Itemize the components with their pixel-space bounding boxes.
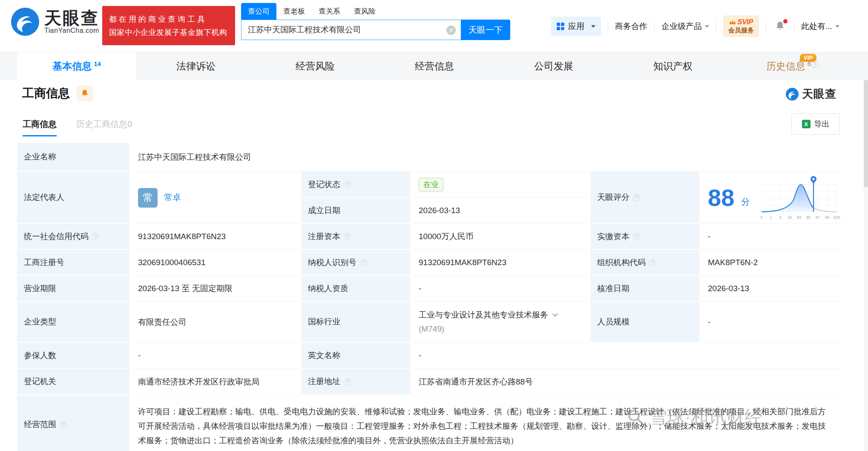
export-button[interactable]: X 导出 xyxy=(791,113,840,135)
promo-line2: 国家中小企业发展子基金旗下机构 xyxy=(109,26,228,39)
legal-rep-label: 法定代表人 xyxy=(17,172,129,224)
promo-line1: 都在用的商业查询工具 xyxy=(109,12,228,26)
nav-cooperation[interactable]: 商务合作 xyxy=(615,21,647,32)
approval-date-value: 2026-03-13 xyxy=(699,276,843,302)
chevron-down-icon[interactable] xyxy=(552,311,558,317)
subtab-history-business-info[interactable]: 历史工商信息0 xyxy=(76,119,132,130)
svg-text:3: 3 xyxy=(779,215,782,220)
score-unit: 分 xyxy=(741,196,750,208)
svg-text:99: 99 xyxy=(825,215,830,220)
tab-operating-risk[interactable]: 经营风险 xyxy=(256,52,375,80)
table-row: 企业名称 江苏中天国际工程技术有限公司 xyxy=(17,143,843,172)
company-type-value: 有限责任公司 xyxy=(129,302,301,343)
svg-text:1: 1 xyxy=(770,215,772,220)
tianyancha-logo[interactable]: 天眼查 TianYanCha.com xyxy=(11,8,99,36)
scrollbar-thumb[interactable] xyxy=(864,64,868,188)
help-icon[interactable] xyxy=(633,194,640,201)
table-row: 企业类型 有限责任公司 国标行业 工业与专业设计及其他专业技术服务 (M749)… xyxy=(17,302,843,343)
reg-no-label: 工商注册号 xyxy=(17,250,129,276)
apps-label: 应用 xyxy=(568,21,584,32)
help-icon[interactable] xyxy=(60,421,67,428)
tab-operating-info[interactable]: 经营信息 xyxy=(375,52,494,80)
taxpayer-qual-value: - xyxy=(410,276,590,302)
insured-label: 参保人数 xyxy=(17,343,129,369)
tab-legal[interactable]: 法律诉讼 xyxy=(136,52,256,80)
search-input[interactable] xyxy=(241,20,461,40)
score-pin-icon xyxy=(811,176,816,184)
score-label: 天眼评分 xyxy=(590,172,699,224)
tab-basic-info[interactable]: 基本信息 14 xyxy=(17,52,136,80)
search-tab-boss[interactable]: 查老板 xyxy=(276,3,312,20)
search-tab-company[interactable]: 查公司 xyxy=(241,3,276,20)
staff-size-label: 人员规模 xyxy=(590,302,699,343)
score-value: 88 分 xyxy=(699,172,847,224)
org-code-value: MAK8PT6N-2 xyxy=(699,250,843,276)
reg-status-value: 在业 xyxy=(410,172,590,198)
reg-authority-value: 南通市经济技术开发区行政审批局 xyxy=(129,369,301,395)
table-row: 经营范围 许可项目：建设工程勘察；输电、供电、受电电力设施的安装、维修和试验；发… xyxy=(17,395,843,451)
section-title: 工商信息 xyxy=(22,85,70,101)
staff-size-value: - xyxy=(699,302,843,343)
svg-text:85: 85 xyxy=(806,215,811,220)
help-icon[interactable] xyxy=(649,259,656,266)
search-tab-risk[interactable]: 查风险 xyxy=(347,3,382,20)
svg-text:15: 15 xyxy=(788,215,792,220)
user-menu[interactable]: 此处有... xyxy=(801,21,839,32)
org-code-label: 组织机构代码 xyxy=(590,250,699,276)
notification-dot xyxy=(783,19,788,23)
table-row: 统一社会信用代码 91320691MAK8PT6N23 注册资本 10000万人… xyxy=(17,224,843,250)
scope-label: 经营范围 xyxy=(17,395,129,451)
search-tabs: 查公司 查老板 查关系 查风险 xyxy=(241,3,510,20)
term-label: 营业期限 xyxy=(17,276,129,302)
search-button[interactable]: 天眼一下 xyxy=(461,20,510,40)
score-number: 88 xyxy=(708,186,734,210)
search-tab-relation[interactable]: 查关系 xyxy=(312,3,347,20)
legal-rep-avatar[interactable]: 常 xyxy=(138,188,158,208)
scope-value: 许可项目：建设工程勘察；输电、供电、受电电力设施的安装、维修和试验；发电业务、输… xyxy=(129,395,843,451)
reg-no-value: 320691000406531 xyxy=(129,250,301,276)
tab-intellectual-property[interactable]: 知识产权 xyxy=(613,52,733,80)
tab-basic-count: 14 xyxy=(94,60,101,67)
table-row: 登记机关 南通市经济技术开发区行政审批局 注册地址 江苏省南通市开发区齐心路88… xyxy=(17,369,843,395)
term-value: 2026-03-13 至 无固定期限 xyxy=(129,276,301,302)
notification-bell-icon[interactable] xyxy=(775,21,785,32)
subscribe-bell-button[interactable] xyxy=(77,85,93,101)
divider xyxy=(794,22,794,31)
help-icon[interactable] xyxy=(344,181,351,188)
industry-label: 国标行业 xyxy=(301,302,410,343)
nav-enterprise[interactable]: 企业级产品 xyxy=(661,21,709,32)
help-icon[interactable] xyxy=(92,233,99,240)
table-row: 工商注册号 320691000406531 纳税人识别号 91320691MAK… xyxy=(17,250,843,276)
help-icon[interactable] xyxy=(633,233,640,240)
svg-text:50: 50 xyxy=(797,215,802,220)
en-name-value: - xyxy=(410,343,843,369)
scrollbar[interactable] xyxy=(864,64,868,451)
help-icon[interactable] xyxy=(360,259,367,266)
help-icon[interactable] xyxy=(344,233,351,240)
tab-company-development[interactable]: 公司发展 xyxy=(494,52,613,80)
legal-rep-link[interactable]: 常卓 xyxy=(164,192,181,203)
industry-value: 工业与专业设计及其他专业技术服务 (M749) xyxy=(410,302,590,343)
reg-authority-label: 登记机关 xyxy=(17,369,129,395)
content-brand-name: 天眼查 xyxy=(802,87,836,101)
reg-address-label: 注册地址 xyxy=(301,369,410,395)
paid-capital-label: 实缴资本 xyxy=(590,224,699,250)
est-date-label: 成立日期 xyxy=(301,198,410,224)
svip-member-button[interactable]: SVIP 会员服务 xyxy=(723,15,759,37)
taxpayer-id-value: 91320691MAK8PT6N23 xyxy=(410,250,590,276)
subtab-business-info[interactable]: 工商信息 xyxy=(23,119,57,130)
taxpayer-id-label: 纳税人识别号 xyxy=(301,250,410,276)
chevron-down-icon xyxy=(835,25,839,28)
paid-capital-value: - xyxy=(699,224,843,250)
tab-history-info[interactable]: 历史信息 6 VIP xyxy=(733,52,852,80)
divider xyxy=(608,22,608,31)
legal-rep-value: 常 常卓 xyxy=(129,172,301,224)
apps-menu[interactable]: 应用 xyxy=(551,17,601,36)
help-icon[interactable] xyxy=(344,378,351,385)
company-type-label: 企业类型 xyxy=(17,302,129,343)
divider xyxy=(716,22,716,31)
en-name-label: 英文名称 xyxy=(301,343,410,369)
excel-icon: X xyxy=(802,120,811,128)
score-distribution-chart: 0 1 3 15 50 85 97 99 100 xyxy=(756,174,842,221)
clear-icon[interactable]: ✕ xyxy=(446,26,456,35)
